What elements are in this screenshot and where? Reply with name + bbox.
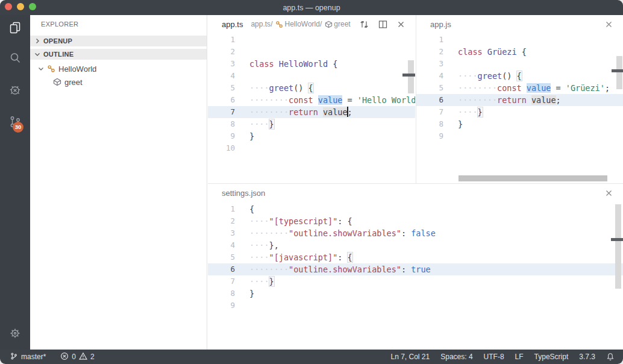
eol-item[interactable]: LF [515,353,524,361]
line-number: 2 [208,46,235,58]
line-number: 9 [208,300,235,312]
breadcrumb-class[interactable]: HelloWorld/ [272,20,322,28]
indentation-item[interactable]: Spaces: 4 [440,353,472,361]
tab-app-ts[interactable]: app.ts [222,20,243,29]
code-line[interactable]: 7····} [416,106,623,118]
line-number: 2 [416,46,443,58]
code-line[interactable]: 2class Grüezi { [416,46,623,58]
scrollbar-thumb[interactable] [408,60,414,93]
line-number: 3 [208,227,235,239]
code-line[interactable]: 8····} [208,118,415,130]
line-number: 5 [416,82,443,94]
branch-status-item[interactable]: master* [10,352,46,362]
horizontal-scrollbar-thumb[interactable] [459,175,607,181]
line-number: 6 [208,94,235,106]
code-line[interactable]: 10 [208,142,415,154]
code-line[interactable]: 4····}, [208,239,623,251]
editor-group-settings-json: settings.json 1{2····"[typescript]": {3·… [208,183,623,350]
titlebar: app.ts — openup [0,0,623,15]
line-number: 9 [208,130,235,142]
close-icon[interactable] [604,189,613,198]
method-symbol-icon [325,20,333,28]
code-line[interactable]: 5········const value = 'Grüezi'; [416,82,623,94]
code-editor[interactable]: 123class HelloWorld {45····greet() {6···… [208,34,415,154]
swap-icon[interactable] [359,19,369,30]
tab-app-js[interactable]: app.js [430,20,451,29]
gear-icon[interactable] [8,326,22,340]
code-line[interactable]: 2····"[typescript]": { [208,215,623,227]
code-editor[interactable]: 1{2····"[typescript]": {3········"outlin… [208,203,623,312]
code-line[interactable]: 1 [208,34,415,46]
code-line[interactable]: 3class HelloWorld { [208,58,415,70]
breadcrumb-member[interactable]: greet [322,20,350,28]
code-line[interactable]: 9 [416,130,623,142]
chevron-down-icon [34,51,41,58]
code-line[interactable]: 6········return value; [416,94,623,106]
sidebar-section-outline[interactable]: OUTLINE [30,49,207,60]
close-icon[interactable] [604,20,613,29]
line-number: 10 [208,142,235,154]
warning-icon [79,352,87,362]
sidebar-section-openup[interactable]: OPENUP [30,36,207,46]
search-icon[interactable] [8,51,22,65]
code-line[interactable]: 9 [208,300,623,312]
code-line[interactable]: 8} [208,287,623,300]
line-number: 1 [416,34,443,46]
line-number: 2 [208,215,235,227]
code-line[interactable]: 5····greet() { [208,82,415,94]
code-line[interactable]: 4 [208,70,415,82]
line-number: 8 [208,118,235,130]
code-line[interactable]: 5····"[javascript]": { [208,251,623,263]
code-line[interactable]: 6········"outline.showVariables": true [208,263,623,275]
cursor-position-item[interactable]: Ln 7, Col 21 [390,353,430,361]
line-number: 1 [208,203,235,215]
close-icon[interactable] [396,20,405,29]
language-mode-item[interactable]: TypeScript [534,353,569,361]
line-number: 5 [208,251,235,263]
code-line[interactable]: 2 [208,46,415,58]
breadcrumb-file[interactable]: app.ts/ [251,20,272,28]
class-symbol-icon [47,64,55,73]
outline-item-label: HelloWorld [58,64,96,74]
problems-status-item[interactable]: 0 2 [60,352,94,362]
code-line[interactable]: 7········return value; [208,106,415,118]
files-icon[interactable] [8,20,22,34]
outline-item-greet[interactable]: greet [53,75,83,89]
line-number: 7 [416,106,443,118]
line-number: 6 [208,263,235,275]
code-line[interactable]: 1{ [208,203,623,215]
encoding-item[interactable]: UTF-8 [484,353,504,361]
outline-item-helloworld[interactable]: HelloWorld [37,62,96,75]
code-line[interactable]: 4····greet() { [416,70,623,82]
line-number: 7 [208,106,235,118]
window-title: app.ts — openup [0,0,623,15]
line-number: 4 [208,70,235,82]
editor-group-app-ts: app.ts app.ts/ HelloWorld/ [208,15,415,183]
line-number: 4 [208,239,235,251]
editor-group-app-js: app.js 12class Grüezi {34····greet() {5·… [416,15,623,183]
line-number: 3 [416,58,443,70]
code-line[interactable]: 3········"outline.showVariables": false [208,227,623,239]
ts-version-item[interactable]: 3.7.3 [579,353,595,361]
split-editor-icon[interactable] [378,19,388,30]
scrollbar-thumb[interactable] [615,204,621,289]
vscode-window: app.ts — openup 30 [0,0,623,364]
overview-cursor-mark [612,69,623,72]
sidebar-title: EXPLORER [41,20,78,28]
code-line[interactable]: 9} [208,130,415,142]
code-line[interactable]: 6········const value = 'Hello World'; [208,94,415,106]
code-line[interactable]: 1 [416,34,623,46]
code-line[interactable]: 7····} [208,275,623,287]
breadcrumb: app.ts/ HelloWorld/ greet [251,20,350,28]
tab-settings-json[interactable]: settings.json [222,189,265,198]
scm-badge: 30 [13,122,23,133]
scrollbar-thumb[interactable] [616,56,622,89]
chevron-down-icon[interactable] [37,65,45,72]
debug-icon[interactable] [8,83,22,97]
bell-icon[interactable] [606,353,615,361]
section-label: OUTLINE [43,51,74,58]
code-line[interactable]: 3 [416,58,623,70]
code-editor[interactable]: 12class Grüezi {34····greet() {5········… [416,34,623,142]
code-line[interactable]: 8} [416,118,623,130]
status-bar: master* 0 2 Ln 7, Col 21 Spaces: 4 [0,350,623,364]
